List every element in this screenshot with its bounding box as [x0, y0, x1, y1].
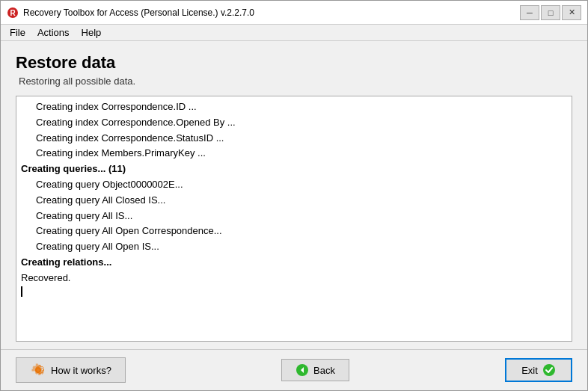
text-cursor — [21, 286, 22, 297]
title-bar: R Recovery Toolbox for Access (Personal … — [1, 1, 587, 25]
check-icon — [542, 363, 556, 377]
log-line: Creating index Members.PrimaryKey ... — [21, 146, 567, 161]
svg-text:R: R — [10, 9, 16, 17]
log-line: Creating query All Closed IS... — [21, 193, 567, 209]
svg-point-5 — [543, 364, 555, 376]
window-controls: ─ □ ✕ — [520, 5, 581, 20]
page-subtitle: Restoring all possible data. — [16, 76, 572, 87]
back-label: Back — [313, 365, 335, 376]
log-line: Creating relations... — [21, 255, 567, 271]
close-button[interactable]: ✕ — [562, 5, 581, 20]
log-container[interactable]: Creating index Correspondence.ID ...Crea… — [16, 96, 572, 342]
log-line: Creating query Object0000002E... — [21, 177, 567, 193]
exit-button[interactable]: Exit — [505, 358, 572, 382]
app-icon: R — [7, 7, 19, 19]
main-window: R Recovery Toolbox for Access (Personal … — [0, 0, 588, 391]
menu-bar: File Actions Help — [1, 25, 587, 41]
footer-left: How it works? — [16, 357, 126, 383]
how-it-works-button[interactable]: How it works? — [16, 357, 126, 383]
log-line: Creating query All Open IS... — [21, 239, 567, 255]
menu-help[interactable]: Help — [76, 25, 108, 40]
gear-icon — [30, 362, 46, 378]
log-line: Creating query All Open Correspondence..… — [21, 224, 567, 239]
log-line: Recovered. — [21, 271, 567, 286]
window-title: Recovery Toolbox for Access (Personal Li… — [23, 7, 520, 18]
maximize-button[interactable]: □ — [541, 5, 560, 20]
menu-actions[interactable]: Actions — [31, 25, 76, 40]
footer-right: Exit — [505, 358, 572, 382]
menu-file[interactable]: File — [4, 25, 31, 40]
log-line: Creating index Correspondence.Opened By … — [21, 115, 567, 131]
cursor-line — [21, 286, 567, 297]
content-area: Restore data Restoring all possible data… — [1, 41, 587, 349]
log-line: Creating queries... (11) — [21, 161, 567, 177]
how-it-works-label: How it works? — [51, 365, 111, 376]
back-button[interactable]: Back — [281, 359, 349, 381]
footer-center: Back — [281, 359, 349, 381]
back-icon — [295, 363, 309, 377]
log-line: Creating query All IS... — [21, 209, 567, 224]
log-line: Creating index Correspondence.StatusID .… — [21, 131, 567, 147]
log-line: Creating index Correspondence.ID ... — [21, 99, 567, 115]
footer: How it works? Back Exit — [1, 349, 587, 390]
page-title: Restore data — [16, 53, 572, 73]
exit-label: Exit — [521, 365, 538, 376]
minimize-button[interactable]: ─ — [520, 5, 539, 20]
